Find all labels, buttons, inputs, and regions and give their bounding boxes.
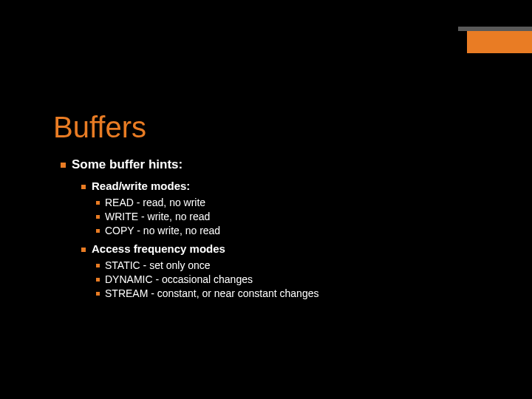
lvl3-text: COPY - no write, no read bbox=[105, 225, 220, 236]
slide-content: Buffers Some buffer hints: Read/write mo… bbox=[53, 111, 502, 305]
bullet-level2: Access frequency modes bbox=[81, 242, 502, 255]
lvl1-text: Some buffer hints: bbox=[72, 157, 183, 171]
lvl3-text: STREAM - constant, or near constant chan… bbox=[105, 287, 318, 299]
square-bullet-icon bbox=[96, 201, 100, 205]
accent-bar-orange bbox=[467, 31, 532, 53]
bullet-level3: WRITE - write, no read bbox=[96, 211, 502, 222]
bullet-level3: STATIC - set only once bbox=[96, 259, 502, 271]
square-bullet-icon bbox=[81, 248, 86, 252]
bullet-level3: DYNAMIC - occasional changes bbox=[96, 273, 502, 285]
square-bullet-icon bbox=[96, 292, 100, 296]
square-bullet-icon bbox=[96, 215, 100, 219]
square-bullet-icon bbox=[96, 278, 100, 282]
section-readwrite: Read/write modes: READ - read, no write … bbox=[53, 180, 502, 236]
lvl2-text: Read/write modes: bbox=[92, 180, 190, 192]
square-bullet-icon bbox=[96, 264, 100, 267]
lvl3-text: STATIC - set only once bbox=[105, 259, 211, 271]
square-bullet-icon bbox=[81, 185, 86, 189]
lvl3-text: WRITE - write, no read bbox=[105, 211, 210, 222]
accent-bars bbox=[458, 27, 532, 53]
lvl3-text: READ - read, no write bbox=[105, 197, 205, 208]
bullet-level1: Some buffer hints: bbox=[61, 157, 502, 172]
section-access: Access frequency modes STATIC - set only… bbox=[53, 242, 502, 299]
slide-title: Buffers bbox=[53, 111, 502, 144]
lvl3-text: DYNAMIC - occasional changes bbox=[105, 273, 253, 285]
bullet-level3: READ - read, no write bbox=[96, 197, 502, 208]
bullet-level2: Read/write modes: bbox=[81, 180, 502, 192]
square-bullet-icon bbox=[61, 163, 66, 168]
lvl2-text: Access frequency modes bbox=[92, 242, 225, 255]
bullet-level3: STREAM - constant, or near constant chan… bbox=[96, 287, 502, 299]
square-bullet-icon bbox=[96, 229, 100, 233]
bullet-level3: COPY - no write, no read bbox=[96, 225, 502, 236]
